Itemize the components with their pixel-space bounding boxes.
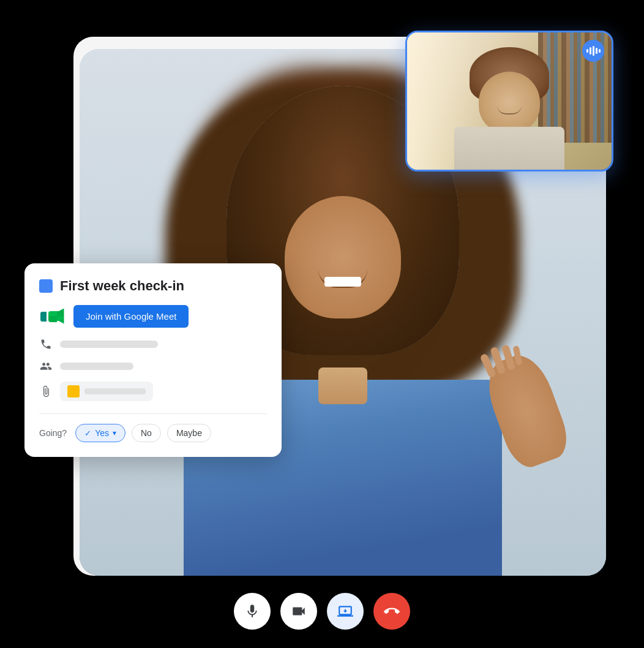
- guests-row: [39, 360, 267, 373]
- pip-video: [405, 31, 613, 171]
- attachment-chip: [60, 382, 153, 401]
- yes-dropdown-icon: ▾: [113, 429, 116, 437]
- teeth: [324, 277, 361, 287]
- mic-button[interactable]: [234, 593, 271, 630]
- file-icon: [67, 385, 80, 397]
- neck: [318, 367, 367, 404]
- pip-smile: [497, 105, 522, 115]
- going-yes-label: Yes: [95, 428, 109, 438]
- going-yes-button[interactable]: ✓ Yes ▾: [75, 424, 125, 442]
- calendar-title: First week check-in: [60, 278, 184, 294]
- calendar-title-row: First week check-in: [39, 278, 267, 294]
- going-maybe-button[interactable]: Maybe: [167, 424, 211, 442]
- pip-sound-icon: [582, 40, 604, 62]
- pip-sound-bars: [586, 46, 601, 56]
- scene: First week check-in: [0, 0, 644, 648]
- google-meet-icon: [47, 307, 66, 326]
- attachment-row: [39, 382, 267, 401]
- pip-sound-bar-1: [586, 49, 588, 53]
- phone-row: [39, 337, 267, 351]
- calendar-card: First week check-in: [24, 263, 282, 457]
- phone-icon: [39, 337, 53, 351]
- end-call-icon: [384, 603, 400, 619]
- guests-icon: [39, 360, 53, 373]
- face: [285, 196, 401, 318]
- meet-button-row: Join with Google Meet: [39, 305, 267, 328]
- going-label: Going?: [39, 428, 67, 438]
- going-no-button[interactable]: No: [132, 424, 161, 442]
- file-name-placeholder: [84, 388, 146, 394]
- pip-sound-bar-4: [596, 48, 597, 54]
- share-screen-icon: [337, 603, 353, 619]
- share-screen-button[interactable]: [327, 593, 364, 630]
- pip-sound-bar-3: [593, 46, 594, 56]
- pip-face: [479, 72, 540, 133]
- camera-button[interactable]: [280, 593, 317, 630]
- calendar-color-dot: [39, 279, 53, 293]
- attachment-icon: [39, 385, 53, 398]
- pip-shirt: [454, 127, 564, 170]
- checkmark-icon: ✓: [84, 429, 91, 438]
- pip-person: [448, 47, 571, 170]
- guests-placeholder: [60, 363, 133, 370]
- end-call-button[interactable]: [373, 593, 410, 630]
- pip-sound-bar-2: [590, 47, 591, 55]
- bottom-controls: [234, 593, 410, 630]
- pip-sound-bar-5: [599, 49, 601, 53]
- phone-placeholder: [60, 341, 158, 348]
- going-row: Going? ✓ Yes ▾ No Maybe: [39, 413, 267, 442]
- mic-icon: [244, 603, 260, 619]
- camera-icon: [291, 603, 307, 619]
- join-meet-button[interactable]: Join with Google Meet: [73, 305, 189, 328]
